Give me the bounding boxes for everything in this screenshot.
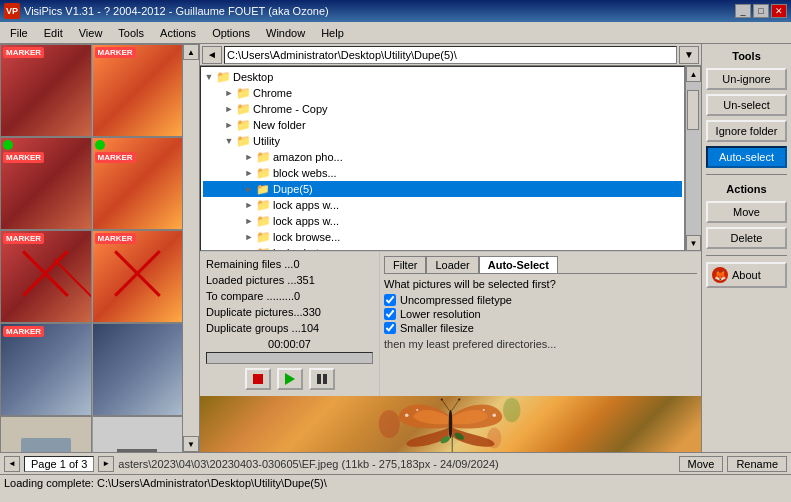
tree-item-chrome-copy[interactable]: ► 📁 Chrome - Copy [203, 101, 682, 117]
image-thumb-7[interactable]: MARKER [0, 323, 92, 416]
tree-item-blockwebs[interactable]: ► 📁 block webs... [203, 165, 682, 181]
menu-tools[interactable]: Tools [110, 23, 152, 43]
tree-item-lockbrowse[interactable]: ► 📁 lock browse... [203, 229, 682, 245]
pause-icon-bar2 [323, 374, 327, 384]
folder-icon-dupe: 📁 [255, 182, 271, 196]
svg-point-6 [416, 409, 418, 411]
stats-and-filter: Remaining files ...0 Loaded pictures ...… [200, 251, 701, 396]
image-thumb-3[interactable]: MARKER [0, 137, 92, 230]
expand-icon-chrome-copy[interactable]: ► [223, 104, 235, 114]
tree-item-chrome[interactable]: ► 📁 Chrome [203, 85, 682, 101]
tree-item-dupe[interactable]: ► 📁 Dupe(5) [203, 181, 682, 197]
checkbox-uncompressed-label: Uncompressed filetype [400, 294, 512, 306]
marker-badge-2: MARKER [95, 47, 136, 58]
tree-area: ▼ 📁 Desktop ► 📁 Chrome ► 📁 Chrome - Copy… [200, 66, 701, 251]
image-thumb-9[interactable] [0, 416, 92, 452]
image-thumb-5[interactable]: MARKER [0, 230, 92, 323]
move-button[interactable]: Move [706, 201, 787, 223]
expand-icon-chrome[interactable]: ► [223, 88, 235, 98]
close-button[interactable]: ✕ [771, 4, 787, 18]
scroll-up-button[interactable]: ▲ [183, 44, 199, 60]
image-thumb-6[interactable]: MARKER [92, 230, 184, 323]
tree-label-amazon: amazon pho... [273, 151, 343, 163]
scroll-down-button[interactable]: ▼ [183, 436, 199, 452]
un-select-button[interactable]: Un-select [706, 94, 787, 116]
svg-point-11 [458, 398, 460, 400]
title-bar-left: VP VisiPics V1.31 - ? 2004-2012 - Guilla… [4, 3, 329, 19]
tree-item-desktop[interactable]: ▼ 📁 Desktop [203, 69, 682, 85]
page-next-button[interactable]: ► [98, 456, 114, 472]
path-input[interactable] [224, 46, 677, 64]
tab-filter[interactable]: Filter [384, 256, 426, 273]
butterfly-svg [200, 396, 701, 452]
prefered-text: then my least prefered directories... [384, 338, 697, 350]
auto-select-button[interactable]: Auto-select [706, 146, 787, 168]
tree-item-lockapps1[interactable]: ► 📁 lock apps w... [203, 197, 682, 213]
menu-view[interactable]: View [71, 23, 111, 43]
tree-scroll-up[interactable]: ▲ [686, 66, 701, 82]
menu-bar: File Edit View Tools Actions Options Win… [0, 22, 791, 44]
expand-icon-blockwebs[interactable]: ► [243, 168, 255, 178]
checkbox-smaller-file-input[interactable] [384, 322, 396, 334]
un-ignore-button[interactable]: Un-ignore [706, 68, 787, 90]
expand-icon-amazon[interactable]: ► [243, 152, 255, 162]
tree-label-blockwebs: block webs... [273, 167, 337, 179]
status-rename-button[interactable]: Rename [727, 456, 787, 472]
image-thumb-8[interactable] [92, 323, 184, 416]
tree-scroll-down[interactable]: ▼ [686, 235, 701, 251]
expand-icon-utility[interactable]: ▼ [223, 136, 235, 146]
tree-label-desktop: Desktop [233, 71, 273, 83]
checkbox-uncompressed-input[interactable] [384, 294, 396, 306]
status-move-button[interactable]: Move [679, 456, 724, 472]
marker-badge-6: MARKER [95, 233, 136, 244]
menu-options[interactable]: Options [204, 23, 258, 43]
ignore-folder-button[interactable]: Ignore folder [706, 120, 787, 142]
menu-actions[interactable]: Actions [152, 23, 204, 43]
expand-icon-lockbrowse[interactable]: ► [243, 232, 255, 242]
svg-point-7 [483, 409, 485, 411]
path-dropdown-button[interactable]: ▼ [679, 46, 699, 64]
tree-item-new-folder[interactable]: ► 📁 New folder [203, 117, 682, 133]
page-prev-button[interactable]: ◄ [4, 456, 20, 472]
about-button[interactable]: 🦊 About [706, 262, 787, 288]
image-thumb-1[interactable]: MARKER [0, 44, 92, 137]
stop-button[interactable] [245, 368, 271, 390]
filter-panel: Filter Loader Auto-Select What pictures … [380, 252, 701, 396]
tab-autoselect[interactable]: Auto-Select [479, 256, 558, 273]
expand-icon-desktop[interactable]: ▼ [203, 72, 215, 82]
play-button[interactable] [277, 368, 303, 390]
right-panel: Tools Un-ignore Un-select Ignore folder … [701, 44, 791, 452]
folder-icon-utility: 📁 [235, 134, 251, 148]
image-thumb-4[interactable]: MARKER [92, 137, 184, 230]
svg-point-0 [379, 410, 400, 438]
app-icon: VP [4, 3, 20, 19]
menu-file[interactable]: File [2, 23, 36, 43]
expand-icon-lockapps1[interactable]: ► [243, 200, 255, 210]
expand-icon-dupe[interactable]: ► [243, 184, 255, 194]
tree-item-amazon[interactable]: ► 📁 amazon pho... [203, 149, 682, 165]
maximize-button[interactable]: □ [753, 4, 769, 18]
menu-edit[interactable]: Edit [36, 23, 71, 43]
tree-label-chrome: Chrome [253, 87, 292, 99]
pause-button[interactable] [309, 368, 335, 390]
menu-window[interactable]: Window [258, 23, 313, 43]
tree-scroll-thumb[interactable] [687, 90, 699, 130]
minimize-button[interactable]: _ [735, 4, 751, 18]
delete-button[interactable]: Delete [706, 227, 787, 249]
expand-icon-new-folder[interactable]: ► [223, 120, 235, 130]
tree-item-utility[interactable]: ▼ 📁 Utility [203, 133, 682, 149]
stats-panel: Remaining files ...0 Loaded pictures ...… [200, 252, 380, 396]
folder-icon-new-folder: 📁 [235, 118, 251, 132]
tab-loader[interactable]: Loader [426, 256, 478, 273]
image-thumb-10[interactable] [92, 416, 184, 452]
menu-help[interactable]: Help [313, 23, 352, 43]
svg-point-4 [405, 414, 409, 418]
folder-icon-lockbrowse: 📁 [255, 230, 271, 244]
path-back-button[interactable]: ◄ [202, 46, 222, 64]
expand-icon-lockapps2[interactable]: ► [243, 216, 255, 226]
checkbox-lower-res-input[interactable] [384, 308, 396, 320]
tree-label-dupe: Dupe(5) [273, 183, 313, 195]
stop-icon [253, 374, 263, 384]
tree-item-lockapps2[interactable]: ► 📁 lock apps w... [203, 213, 682, 229]
image-thumb-2[interactable]: MARKER [92, 44, 184, 137]
